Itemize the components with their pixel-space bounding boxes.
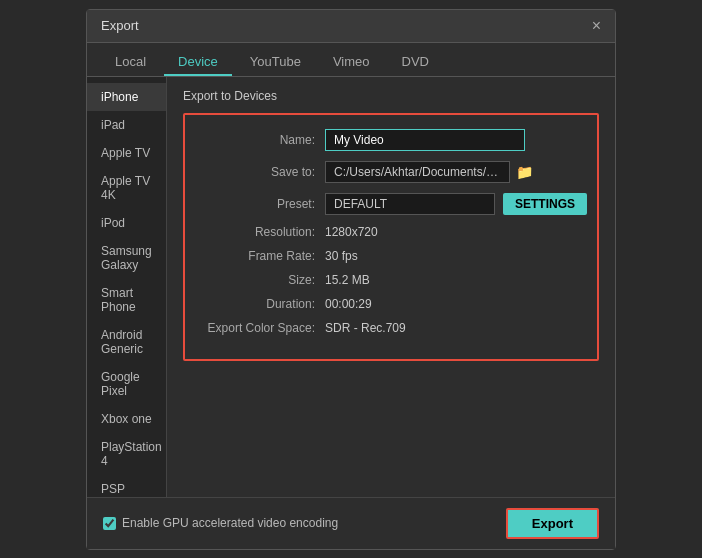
export-button[interactable]: Export (506, 508, 599, 539)
sidebar-item-google-pixel[interactable]: Google Pixel (87, 363, 166, 405)
sidebar-item-xbox-one[interactable]: Xbox one (87, 405, 166, 433)
close-button[interactable]: × (592, 18, 601, 34)
gpu-checkbox[interactable] (103, 517, 116, 530)
frame-rate-row: Frame Rate: 30 fps (195, 249, 587, 263)
size-value: 15.2 MB (325, 273, 370, 287)
dialog-title: Export (101, 18, 139, 33)
resolution-label: Resolution: (195, 225, 325, 239)
sidebar-item-apple-tv-4k[interactable]: Apple TV 4K (87, 167, 166, 209)
preset-label: Preset: (195, 197, 325, 211)
sidebar-item-ipad[interactable]: iPad (87, 111, 166, 139)
sidebar-item-ipod[interactable]: iPod (87, 209, 166, 237)
export-color-label: Export Color Space: (195, 321, 325, 335)
settings-button[interactable]: SETTINGS (503, 193, 587, 215)
tab-youtube[interactable]: YouTube (236, 49, 315, 76)
tab-vimeo[interactable]: Vimeo (319, 49, 384, 76)
export-color-value: SDR - Rec.709 (325, 321, 406, 335)
folder-button[interactable]: 📁 (516, 164, 533, 180)
save-to-path: C:/Users/Akhtar/Documents/Wondershare (325, 161, 510, 183)
name-input[interactable] (325, 129, 525, 151)
tab-local[interactable]: Local (101, 49, 160, 76)
panel-title: Export to Devices (183, 89, 599, 103)
name-row: Name: (195, 129, 587, 151)
resolution-value: 1280x720 (325, 225, 378, 239)
tab-device[interactable]: Device (164, 49, 232, 76)
duration-row: Duration: 00:00:29 (195, 297, 587, 311)
sidebar-item-smart-phone[interactable]: Smart Phone (87, 279, 166, 321)
sidebar-item-iphone[interactable]: iPhone (87, 83, 166, 111)
dialog-footer: Enable GPU accelerated video encoding Ex… (87, 497, 615, 549)
tab-bar: Local Device YouTube Vimeo DVD (87, 43, 615, 77)
gpu-label[interactable]: Enable GPU accelerated video encoding (103, 516, 338, 530)
tab-dvd[interactable]: DVD (388, 49, 443, 76)
frame-rate-label: Frame Rate: (195, 249, 325, 263)
main-panel: Export to Devices Name: Save to: C:/User… (167, 77, 615, 497)
sidebar-item-apple-tv[interactable]: Apple TV (87, 139, 166, 167)
resolution-row: Resolution: 1280x720 (195, 225, 587, 239)
content-area: iPhone iPad Apple TV Apple TV 4K iPod Sa… (87, 77, 615, 497)
sidebar-item-android-generic[interactable]: Android Generic (87, 321, 166, 363)
sidebar-item-playstation-4[interactable]: PlayStation 4 (87, 433, 166, 475)
preset-row: Preset: DEFAULT SETTINGS (195, 193, 587, 215)
preset-select[interactable]: DEFAULT (325, 193, 495, 215)
folder-icon: 📁 (516, 164, 533, 180)
dialog-header: Export × (87, 10, 615, 43)
name-label: Name: (195, 133, 325, 147)
duration-value: 00:00:29 (325, 297, 372, 311)
sidebar-item-psp[interactable]: PSP (87, 475, 166, 497)
device-sidebar: iPhone iPad Apple TV Apple TV 4K iPod Sa… (87, 77, 167, 497)
frame-rate-value: 30 fps (325, 249, 358, 263)
duration-label: Duration: (195, 297, 325, 311)
size-row: Size: 15.2 MB (195, 273, 587, 287)
sidebar-item-samsung-galaxy[interactable]: Samsung Galaxy (87, 237, 166, 279)
gpu-label-text: Enable GPU accelerated video encoding (122, 516, 338, 530)
export-dialog: Export × Local Device YouTube Vimeo DVD … (86, 9, 616, 550)
save-to-row: Save to: C:/Users/Akhtar/Documents/Wonde… (195, 161, 587, 183)
form-area: Name: Save to: C:/Users/Akhtar/Documents… (183, 113, 599, 361)
save-to-label: Save to: (195, 165, 325, 179)
size-label: Size: (195, 273, 325, 287)
color-space-row: Export Color Space: SDR - Rec.709 (195, 321, 587, 335)
